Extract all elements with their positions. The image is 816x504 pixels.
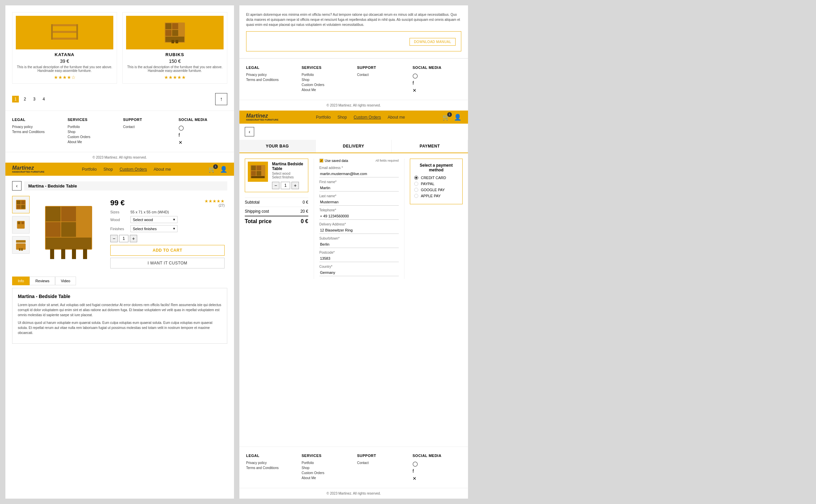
email-input[interactable] [319, 170, 399, 177]
right-contact-link[interactable]: Contact [357, 73, 406, 77]
suburb-field: Suburb/town* [319, 237, 399, 248]
firstname-input[interactable] [319, 184, 399, 192]
right-bottom-portfolio[interactable]: Portfolio [302, 461, 350, 465]
cart-qty-decrease[interactable]: − [272, 182, 279, 189]
right-cart-icon[interactable]: 🛒 1 [442, 114, 450, 121]
saved-data-checkbox[interactable]: ✓ [319, 159, 323, 163]
right-shop-link[interactable]: Shop [302, 78, 350, 82]
right-nav-about[interactable]: About me [388, 115, 405, 120]
scroll-top-button[interactable]: ↑ [215, 93, 227, 105]
download-manual-button[interactable]: DOWNLOAD MANUAL [410, 38, 456, 46]
thumb-3[interactable] [12, 236, 30, 254]
footer-about-link[interactable]: About Me [68, 140, 116, 144]
payment-option-apple[interactable]: APPLE PAY [414, 194, 458, 198]
right-bottom-terms[interactable]: Terms and Conditions [246, 466, 295, 470]
suburb-input[interactable] [319, 241, 399, 248]
right-nav-custom-orders[interactable]: Custom Orders [354, 115, 381, 120]
facebook-icon[interactable]: f [179, 132, 227, 138]
right-bottom-instagram-icon[interactable]: ◯ [413, 461, 461, 466]
add-to-cart-button[interactable]: ADD TO CART [110, 245, 225, 256]
radio-paypal[interactable] [414, 182, 418, 186]
custom-button[interactable]: I WANT IT CUSTOM [110, 258, 225, 268]
right-bottom-privacy[interactable]: Privacy policy [246, 461, 295, 465]
right-nav-portfolio[interactable]: Portfolio [316, 115, 331, 120]
page-1[interactable]: 1 [12, 96, 19, 102]
right-bottom-custom[interactable]: Custom Orders [302, 471, 350, 475]
thumb-1[interactable] [12, 196, 30, 213]
cart-qty-increase[interactable]: + [292, 182, 299, 189]
svg-rect-6 [165, 23, 171, 29]
svg-rect-34 [46, 238, 91, 249]
right-bottom-facebook-icon[interactable]: f [413, 468, 461, 474]
footer-privacy-link[interactable]: Privacy policy [12, 125, 61, 129]
product-card-katana[interactable]: KATANA 39 € This is the actual descripti… [12, 12, 117, 84]
address-input[interactable] [319, 227, 399, 234]
telephone-input[interactable] [319, 213, 399, 220]
twitter-icon[interactable]: ✕ [179, 140, 227, 145]
country-input[interactable] [319, 269, 399, 276]
nav-custom-orders[interactable]: Custom Orders [120, 167, 147, 172]
lastname-input[interactable] [319, 199, 399, 206]
qty-increase-button[interactable]: + [130, 235, 137, 242]
instagram-icon[interactable]: ◯ [179, 125, 227, 130]
tab-reviews[interactable]: Reviews [30, 277, 55, 285]
saved-data-label: Use saved data [325, 159, 348, 163]
radio-apple-pay[interactable] [414, 194, 418, 198]
right-nav-shop[interactable]: Shop [338, 115, 347, 120]
radio-credit-card[interactable] [414, 176, 418, 180]
payment-option-google[interactable]: GOOGLE PAY [414, 188, 458, 192]
info-section: Martina - Bedside Table Lorem ipsum dolo… [12, 288, 227, 344]
payment-option-credit[interactable]: CREDIT CARD [414, 176, 458, 180]
cart-badge: 1 [213, 164, 218, 169]
right-terms-link[interactable]: Terms and Conditions [246, 78, 295, 82]
cart-icon[interactable]: 🛒 1 [208, 166, 216, 173]
right-bottom-contact[interactable]: Contact [357, 461, 406, 465]
right-twitter-icon[interactable]: ✕ [413, 88, 461, 93]
right-instagram-icon[interactable]: ◯ [413, 73, 461, 78]
right-custom-link[interactable]: Custom Orders [302, 83, 350, 87]
right-portfolio-link[interactable]: Portfolio [302, 73, 350, 77]
breadcrumb-title: Martina - Bedside Table [24, 181, 227, 191]
finishes-select[interactable]: Select finishes ▾ [130, 225, 178, 232]
svg-rect-1 [51, 31, 78, 33]
sizes-spec: Sizes 55 x 71 x 55 cm (WHD) [110, 210, 225, 214]
qty-decrease-button[interactable]: − [110, 235, 118, 242]
back-button[interactable]: ‹ [12, 181, 22, 191]
right-facebook-icon[interactable]: f [413, 80, 461, 86]
footer-contact-link[interactable]: Contact [123, 125, 172, 129]
footer-shop-link[interactable]: Shop [68, 130, 116, 134]
page-3[interactable]: 3 [31, 96, 38, 102]
user-icon[interactable]: 👤 [220, 166, 227, 173]
checkout-tab-delivery[interactable]: DELIVERY [316, 140, 392, 153]
nav-portfolio[interactable]: Portfolio [82, 167, 97, 172]
footer-terms-link[interactable]: Terms and Conditions [12, 130, 61, 134]
nav-shop[interactable]: Shop [104, 167, 113, 172]
payment-option-paypal[interactable]: PAYPAL [414, 182, 458, 186]
checkout-tab-payment[interactable]: PAYMENT [392, 140, 468, 153]
use-saved-data-toggle[interactable]: ✓ Use saved data [319, 159, 348, 163]
page-2[interactable]: 2 [22, 96, 28, 102]
chevron-down-icon: ▾ [173, 217, 175, 222]
page-4[interactable]: 4 [40, 96, 47, 102]
manual-content-box: DOWNLOAD MANUAL [246, 31, 461, 51]
cart-qty-value: 1 [281, 182, 290, 189]
right-bottom-about[interactable]: About Me [302, 476, 350, 480]
right-about-link[interactable]: About Me [302, 88, 350, 92]
right-bottom-shop[interactable]: Shop [302, 466, 350, 470]
right-bottom-services-title: SERVICES [302, 454, 350, 458]
thumb-2[interactable] [12, 216, 30, 234]
nav-about[interactable]: About me [154, 167, 171, 172]
footer-custom-link[interactable]: Custom Orders [68, 135, 116, 139]
right-user-icon[interactable]: 👤 [454, 114, 461, 121]
product-card-rubiks[interactable]: RUBIKS 150 € This is the actual descript… [122, 12, 227, 84]
radio-google-pay[interactable] [414, 188, 418, 192]
right-privacy-link[interactable]: Privacy policy [246, 73, 295, 77]
checkout-tab-bag[interactable]: YOUR BAG [239, 140, 316, 153]
checkout-back-button[interactable]: ‹ [245, 127, 254, 136]
tab-info[interactable]: Info [12, 277, 30, 285]
tab-video[interactable]: Video [55, 277, 76, 285]
footer-portfolio-link[interactable]: Portfolio [68, 125, 116, 129]
wood-select[interactable]: Select wood ▾ [130, 216, 178, 223]
right-bottom-twitter-icon[interactable]: ✕ [413, 476, 461, 481]
postcode-input[interactable] [319, 255, 399, 262]
